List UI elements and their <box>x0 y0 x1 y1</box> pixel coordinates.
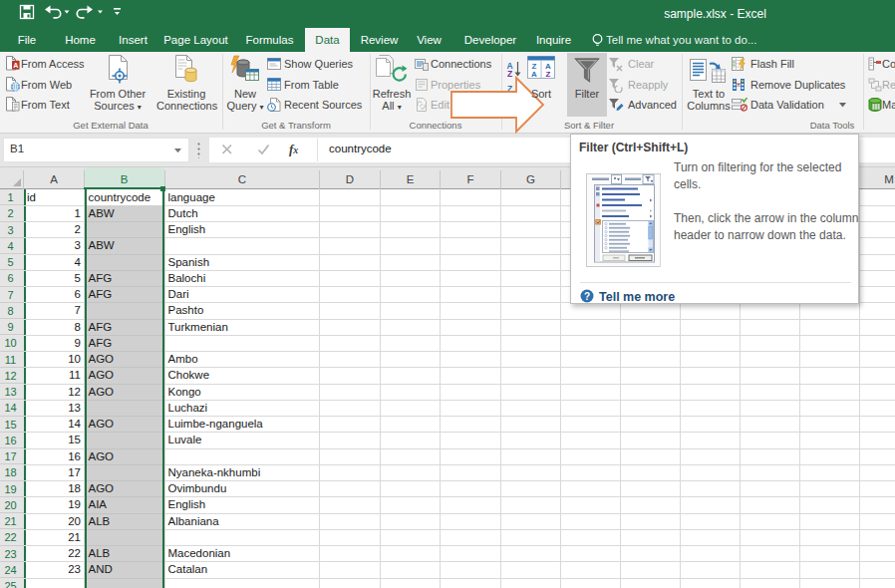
svg-text:?: ? <box>584 291 590 302</box>
svg-text:A: A <box>13 62 18 69</box>
